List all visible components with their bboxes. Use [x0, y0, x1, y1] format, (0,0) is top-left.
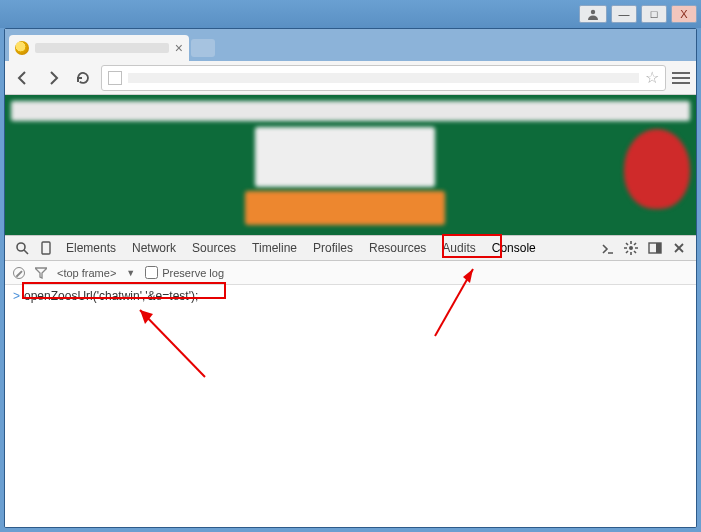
- filter-icon[interactable]: [35, 267, 47, 279]
- svg-line-12: [634, 243, 636, 245]
- tab-sources[interactable]: Sources: [185, 236, 243, 260]
- tab-elements[interactable]: Elements: [59, 236, 123, 260]
- settings-gear-icon[interactable]: [620, 241, 642, 255]
- chrome-menu-icon[interactable]: [672, 72, 690, 84]
- drawer-toggle-icon[interactable]: [596, 241, 618, 255]
- preserve-log-label[interactable]: Preserve log: [145, 266, 224, 279]
- tab-close-icon[interactable]: ×: [175, 40, 183, 56]
- chevron-down-icon[interactable]: ▼: [126, 268, 135, 278]
- console-input-text: openZoosUrl('chatwin','&e=test');: [24, 289, 198, 303]
- console-body[interactable]: > openZoosUrl('chatwin','&e=test');: [5, 285, 696, 527]
- reload-button[interactable]: [71, 66, 95, 90]
- device-mode-icon[interactable]: [35, 241, 57, 255]
- address-bar[interactable]: ☆: [101, 65, 666, 91]
- dock-side-icon[interactable]: [644, 241, 666, 255]
- preserve-log-text: Preserve log: [162, 267, 224, 279]
- svg-rect-15: [656, 243, 661, 253]
- console-toolbar: <top frame> ▼ Preserve log: [5, 261, 696, 285]
- tab-timeline[interactable]: Timeline: [245, 236, 304, 260]
- svg-marker-18: [35, 268, 47, 278]
- tab-profiles[interactable]: Profiles: [306, 236, 360, 260]
- minimize-button[interactable]: —: [611, 5, 637, 23]
- browser-toolbar: ☆: [5, 61, 696, 95]
- tab-title: [35, 43, 169, 53]
- window-titlebar: — □ X: [0, 0, 701, 28]
- devtools: Elements Network Sources Timeline Profil…: [5, 235, 696, 527]
- tab-audits[interactable]: Audits: [435, 236, 482, 260]
- console-prompt-icon: >: [13, 289, 20, 303]
- svg-line-11: [634, 251, 636, 253]
- tab-strip: ×: [5, 29, 696, 61]
- bookmark-star-icon[interactable]: ☆: [645, 68, 659, 87]
- new-tab-button[interactable]: [191, 39, 215, 57]
- tab-resources[interactable]: Resources: [362, 236, 433, 260]
- favicon-icon: [15, 41, 29, 55]
- page-icon: [108, 71, 122, 85]
- back-button[interactable]: [11, 66, 35, 90]
- svg-line-13: [626, 251, 628, 253]
- svg-point-5: [629, 246, 633, 250]
- devtools-close-icon[interactable]: [668, 241, 690, 255]
- close-button[interactable]: X: [671, 5, 697, 23]
- maximize-button[interactable]: □: [641, 5, 667, 23]
- browser-tab[interactable]: ×: [9, 35, 189, 61]
- context-selector[interactable]: <top frame>: [57, 267, 116, 279]
- svg-line-10: [626, 243, 628, 245]
- forward-button[interactable]: [41, 66, 65, 90]
- devtools-tabbar: Elements Network Sources Timeline Profil…: [5, 235, 696, 261]
- browser-window: × ☆ Elements Network Sources Timeline Pr…: [4, 28, 697, 528]
- svg-rect-3: [42, 242, 50, 254]
- tab-console[interactable]: Console: [485, 236, 543, 260]
- svg-point-0: [591, 10, 595, 14]
- inspect-icon[interactable]: [11, 241, 33, 255]
- console-input-line[interactable]: > openZoosUrl('chatwin','&e=test');: [13, 289, 688, 303]
- preserve-log-checkbox[interactable]: [145, 266, 158, 279]
- clear-console-icon[interactable]: [13, 267, 25, 279]
- svg-point-1: [17, 243, 25, 251]
- page-content: [5, 95, 696, 235]
- tab-network[interactable]: Network: [125, 236, 183, 260]
- svg-line-2: [24, 250, 28, 254]
- url-text: [128, 73, 639, 83]
- user-icon[interactable]: [579, 5, 607, 23]
